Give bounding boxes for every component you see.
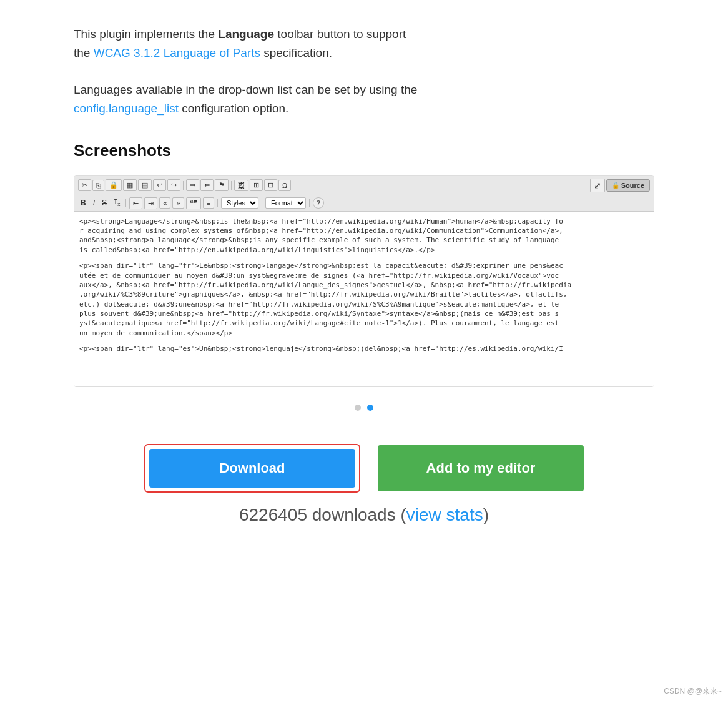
fmt-indent3[interactable]: « <box>159 197 170 209</box>
styles-select[interactable]: Styles <box>221 197 258 209</box>
description-paragraph-1: This plugin implements the Language tool… <box>74 25 654 63</box>
source-label: Source <box>621 182 644 189</box>
desc-line2-post: specification. <box>260 46 332 59</box>
tb-table1[interactable]: ▦ <box>123 179 137 191</box>
pagination-dots <box>74 397 654 418</box>
description-paragraph-2: Languages available in the drop-down lis… <box>74 81 654 119</box>
fmt-quote[interactable]: ❝❞ <box>186 197 201 209</box>
config-language-list-link[interactable]: config.language_list <box>74 102 179 115</box>
add-to-editor-button[interactable]: Add to my editor <box>378 445 584 491</box>
format-select[interactable]: Format <box>265 197 306 209</box>
fmt-italic[interactable]: I <box>91 197 97 209</box>
toolbar-sep-2 <box>231 181 232 190</box>
pagination-dot-2[interactable] <box>367 405 373 411</box>
toolbar-sep-3 <box>125 199 126 207</box>
toolbar-sep-5 <box>262 199 262 207</box>
tb-arrow-r[interactable]: ⇐ <box>200 179 214 191</box>
tb-arrow-l[interactable]: ⇒ <box>186 179 199 191</box>
watermark: CSDN @@来来~ <box>664 686 722 697</box>
desc-line4-post: configuration option. <box>179 102 288 115</box>
download-btn-wrapper: Download <box>144 444 360 493</box>
downloads-info: 6226405 downloads (view stats) <box>74 505 654 525</box>
tb-table2[interactable]: ▤ <box>138 179 152 191</box>
tb-source[interactable]: 🔒 Source <box>606 179 650 192</box>
fmt-indent1[interactable]: ⇤ <box>129 197 142 209</box>
screenshot-content-area: <p><strong>Language</strong>&nbsp;is the… <box>74 212 654 386</box>
tb-expand[interactable]: ⤢ <box>590 179 605 192</box>
fmt-list[interactable]: ≡ <box>203 197 214 209</box>
content-line-3: <p><span dir="ltr" lang="es">Un&nbsp;<st… <box>79 344 649 353</box>
source-lock-icon: 🔒 <box>612 182 619 189</box>
tb-table3[interactable]: ⊞ <box>250 179 263 191</box>
content-line-1: <p><strong>Language</strong>&nbsp;is the… <box>79 217 649 255</box>
action-buttons-row: Download Add to my editor <box>74 444 654 493</box>
toolbar-sep-6 <box>309 199 310 207</box>
fmt-bold[interactable]: B <box>78 197 89 209</box>
view-stats-link[interactable]: view stats <box>406 505 483 524</box>
toolbar-row-2: B I S Tx ⇤ ⇥ « » ❝❞ ≡ Styles Format <box>74 195 654 212</box>
desc-pre-bold: This plugin implements the <box>74 27 218 41</box>
fmt-strike[interactable]: S <box>99 197 109 209</box>
desc-line3: Languages available in the drop-down lis… <box>74 83 417 96</box>
toolbar-sep-1 <box>183 181 184 190</box>
downloads-count: 6226405 <box>239 505 307 524</box>
desc-post-bold: toolbar button to support <box>274 27 406 41</box>
fmt-sub[interactable]: Tx <box>111 197 122 209</box>
tb-lock[interactable]: 🔒 <box>106 179 122 191</box>
tb-undo[interactable]: ↩ <box>153 179 166 191</box>
desc-bold-language: Language <box>218 27 274 41</box>
toolbar-sep-4 <box>217 199 218 207</box>
tb-copy[interactable]: ⎘ <box>92 180 104 191</box>
fmt-indent4[interactable]: » <box>172 197 184 209</box>
tb-flag[interactable]: ⚑ <box>215 179 229 191</box>
tb-redo[interactable]: ↪ <box>167 179 180 191</box>
download-button[interactable]: Download <box>149 449 355 488</box>
tb-cut[interactable]: ✂ <box>78 179 91 191</box>
wcag-link[interactable]: WCAG 3.1.2 Language of Parts <box>94 46 260 59</box>
downloads-label: downloads <box>312 505 396 524</box>
tb-img[interactable]: 🖼 <box>234 180 248 191</box>
screenshots-section: Screenshots ✂ ⎘ 🔒 ▦ ▤ ↩ ↪ ⇒ ⇐ ⚑ 🖼 ⊞ ⊟ Ω <box>74 141 654 418</box>
tb-omega[interactable]: Ω <box>278 180 291 191</box>
pagination-dot-1[interactable] <box>355 405 361 411</box>
fmt-indent2[interactable]: ⇥ <box>144 197 157 209</box>
tb-line[interactable]: ⊟ <box>264 179 277 191</box>
screenshot-container: ✂ ⎘ 🔒 ▦ ▤ ↩ ↪ ⇒ ⇐ ⚑ 🖼 ⊞ ⊟ Ω ⤢ 🔒 <box>74 175 654 387</box>
screenshots-title: Screenshots <box>74 141 654 160</box>
section-divider <box>74 431 654 431</box>
help-btn[interactable]: ? <box>313 197 324 209</box>
content-line-2: <p><span dir="ltr" lang="fr">Le&nbsp;<st… <box>79 261 649 338</box>
toolbar-row-1: ✂ ⎘ 🔒 ▦ ▤ ↩ ↪ ⇒ ⇐ ⚑ 🖼 ⊞ ⊟ Ω ⤢ 🔒 <box>74 176 654 195</box>
desc-line2-pre: the <box>74 46 94 59</box>
